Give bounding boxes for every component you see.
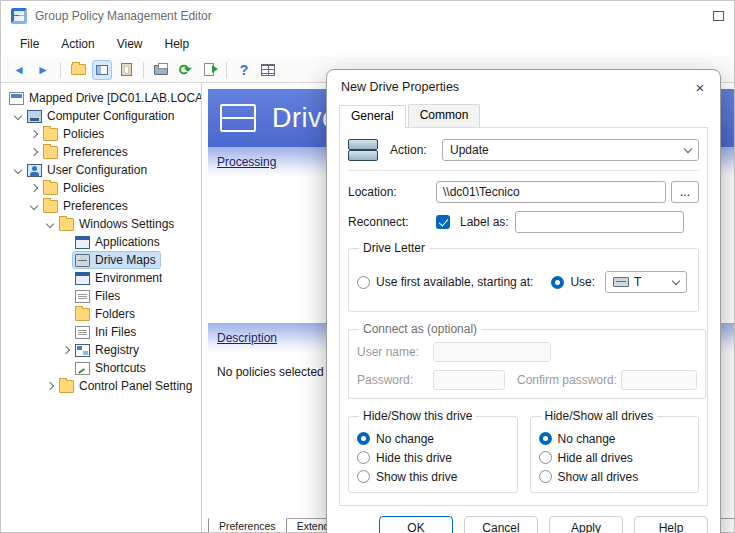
tab-preferences[interactable]: Preferences: [208, 518, 287, 532]
folder-icon: [43, 146, 58, 159]
menu-help[interactable]: Help: [154, 33, 201, 55]
hide-this-drive-option[interactable]: Hide this drive: [357, 448, 509, 467]
environment-icon: [75, 272, 90, 285]
tree-item-root[interactable]: Mapped Drive [DC01.LAB.LOCA: [1, 89, 201, 107]
tree-item-preferences-user[interactable]: Preferences: [1, 197, 201, 215]
computer-icon: [27, 110, 42, 123]
cancel-button[interactable]: Cancel: [464, 516, 538, 533]
password-row: Password: Confirm password:: [357, 370, 697, 390]
chevron-down-icon[interactable]: [43, 217, 57, 231]
tree-item-files[interactable]: Files: [1, 287, 201, 305]
drive-letter-legend: Drive Letter: [359, 241, 429, 255]
password-label: Password:: [357, 373, 433, 387]
refresh-icon[interactable]: ⟳: [175, 60, 195, 80]
use-first-available-radio[interactable]: [357, 276, 370, 289]
location-input[interactable]: [436, 181, 666, 203]
chevron-icon: [59, 289, 73, 303]
tree-item-applications[interactable]: Applications: [1, 233, 201, 251]
radio-icon[interactable]: [357, 432, 370, 445]
menu-view[interactable]: View: [106, 33, 154, 55]
folder-icon: [43, 200, 58, 213]
hide-show-this-legend: Hide/Show this drive: [359, 409, 476, 423]
action-value: Update: [450, 143, 489, 157]
chevron-right-icon[interactable]: [27, 127, 41, 141]
reconnect-checkbox[interactable]: [436, 215, 450, 229]
tree-item-preferences[interactable]: Preferences: [1, 143, 201, 161]
help-button[interactable]: Help: [634, 516, 708, 533]
hide-show-groups: Hide/Show this drive No change Hide this…: [348, 409, 699, 493]
toolbar-separator: [60, 62, 61, 78]
maximize-button[interactable]: [713, 11, 724, 21]
hide-show-all-drives-group: Hide/Show all drives No change Hide all …: [530, 409, 700, 493]
folder-icon: [75, 308, 90, 321]
chevron-down-icon[interactable]: [11, 163, 25, 177]
use-radio[interactable]: [551, 276, 564, 289]
tree-item-computer-configuration[interactable]: Computer Configuration: [1, 107, 201, 125]
all-no-change-label: No change: [558, 432, 616, 446]
radio-icon[interactable]: [539, 470, 552, 483]
separator: [348, 170, 699, 171]
radio-icon[interactable]: [539, 432, 552, 445]
tree-item-registry[interactable]: Registry: [1, 341, 201, 359]
this-no-change-option[interactable]: No change: [357, 429, 509, 448]
tree-item-drive-maps[interactable]: Drive Maps: [1, 251, 201, 269]
menu-file[interactable]: File: [9, 33, 50, 55]
chevron-down-icon[interactable]: [27, 199, 41, 213]
chevron-right-icon[interactable]: [59, 343, 73, 357]
confirm-password-input[interactable]: [621, 370, 697, 390]
folder-icon: [43, 182, 58, 195]
user-name-input[interactable]: [433, 342, 551, 362]
list-view-icon[interactable]: [258, 60, 278, 80]
new-drive-properties-dialog: New Drive Properties × General Common Ac…: [326, 69, 721, 533]
show-this-drive-option[interactable]: Show this drive: [357, 467, 509, 486]
console-tree-toggle-icon[interactable]: [92, 60, 112, 80]
chevron-right-icon[interactable]: [43, 379, 57, 393]
tree-item-folders[interactable]: Folders: [1, 305, 201, 323]
drive-icon: [348, 138, 381, 162]
print-icon[interactable]: [151, 60, 171, 80]
show-all-drives-option[interactable]: Show all drives: [539, 467, 691, 486]
chevron-right-icon[interactable]: [27, 181, 41, 195]
radio-icon[interactable]: [539, 451, 552, 464]
applications-icon: [75, 236, 90, 249]
menu-action[interactable]: Action: [50, 33, 105, 55]
chevron-right-icon[interactable]: [27, 145, 41, 159]
radio-icon[interactable]: [357, 451, 370, 464]
up-one-level-icon[interactable]: [68, 60, 88, 80]
hide-all-drives-option[interactable]: Hide all drives: [539, 448, 691, 467]
ok-button[interactable]: OK: [379, 516, 453, 533]
tree-item-windows-settings[interactable]: Windows Settings: [1, 215, 201, 233]
tree-item-ini-files[interactable]: Ini Files: [1, 323, 201, 341]
chevron-down-icon[interactable]: [11, 109, 25, 123]
properties-icon[interactable]: [116, 60, 136, 80]
label-as-input[interactable]: [515, 211, 684, 233]
export-list-icon[interactable]: [199, 60, 219, 80]
tab-common[interactable]: Common: [408, 104, 481, 127]
processing-link[interactable]: Processing: [217, 155, 276, 169]
user-name-row: User name:: [357, 342, 697, 362]
tree-item-policies-user[interactable]: Policies: [1, 179, 201, 197]
apply-button[interactable]: Apply: [549, 516, 623, 533]
dialog-title-bar: New Drive Properties ×: [327, 70, 720, 104]
this-no-change-label: No change: [376, 432, 434, 446]
browse-button[interactable]: ...: [671, 181, 699, 203]
tree-item-policies[interactable]: Policies: [1, 125, 201, 143]
tab-general[interactable]: General: [339, 105, 406, 128]
shortcuts-icon: [75, 362, 90, 375]
use-first-available-label: Use first available, starting at:: [376, 275, 533, 289]
help-icon[interactable]: ?: [234, 60, 254, 80]
files-icon: [75, 290, 90, 303]
forward-icon[interactable]: ►: [33, 60, 53, 80]
tree-item-control-panel-settings[interactable]: Control Panel Setting: [1, 377, 201, 395]
description-link[interactable]: Description: [217, 331, 277, 345]
back-icon[interactable]: ◄: [9, 60, 29, 80]
action-dropdown[interactable]: Update: [442, 139, 699, 161]
radio-icon[interactable]: [357, 470, 370, 483]
all-no-change-option[interactable]: No change: [539, 429, 691, 448]
tree-item-user-configuration[interactable]: User Configuration: [1, 161, 201, 179]
tree-item-environment[interactable]: Environment: [1, 269, 201, 287]
tree-item-shortcuts[interactable]: Shortcuts: [1, 359, 201, 377]
password-input[interactable]: [433, 370, 505, 390]
drive-letter-dropdown[interactable]: T: [605, 271, 687, 293]
close-icon[interactable]: ×: [680, 72, 720, 102]
